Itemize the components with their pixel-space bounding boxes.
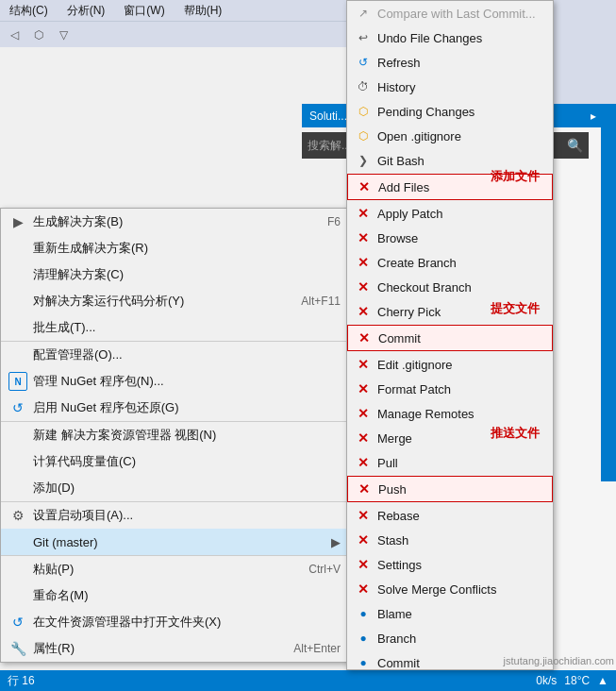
ctx-paste-shortcut: Ctrl+V <box>308 563 341 576</box>
git-browse[interactable]: ✕ Browse <box>347 226 553 250</box>
ctx-open-folder-label: 在文件资源管理器中打开文件夹(X) <box>33 614 341 631</box>
blame-icon: ● <box>355 605 372 622</box>
ctx-clean-label: 清理解决方案(C) <box>33 266 341 283</box>
git-compare-last[interactable]: ↗ Compare with Last Commit... <box>347 1 553 25</box>
toolbar: ◁ ⬡ ▽ <box>0 21 358 47</box>
toolbar-btn-1[interactable]: ◁ <box>4 25 25 45</box>
annotation-commit: 提交文件 <box>491 300 540 317</box>
solution-panel-close[interactable]: ▸ <box>591 110 596 123</box>
git-commit[interactable]: ✕ Commit <box>347 325 553 351</box>
ctx-rebuild-label: 重新生成解决方案(R) <box>33 240 341 257</box>
ctx-nuget-manage[interactable]: N 管理 NuGet 程序包(N)... <box>1 368 348 395</box>
gear-icon: ⚙ <box>8 506 27 525</box>
calc-metrics-icon <box>8 452 27 471</box>
ctx-set-startup[interactable]: ⚙ 设置启动项目(A)... <box>1 501 348 529</box>
ctx-nuget-restore[interactable]: ↺ 启用 NuGet 程序包还原(G) <box>1 395 348 421</box>
new-view-icon <box>8 426 27 445</box>
git-manage-remotes-label: Manage Remotes <box>377 407 474 421</box>
nuget-manage-icon: N <box>8 372 27 391</box>
ctx-new-view[interactable]: 新建 解决方案资源管理器 视图(N) <box>1 421 348 448</box>
add-icon <box>8 479 27 497</box>
ctx-open-folder[interactable]: ↺ 在文件资源管理器中打开文件夹(X) <box>1 609 348 635</box>
ctx-calc-metrics[interactable]: 计算代码度量值(C) <box>1 448 348 475</box>
search-icon[interactable]: 🔍 <box>567 138 583 153</box>
git-rebase[interactable]: ✕ Rebase <box>347 503 553 528</box>
wrench-icon: 🔧 <box>8 639 27 658</box>
rename-icon <box>8 586 27 605</box>
git-edit-gitignore-label: Edit .gitignore <box>377 358 453 372</box>
git-edit-gitignore[interactable]: ✕ Edit .gitignore <box>347 352 553 377</box>
analyze-icon <box>8 292 27 311</box>
menu-window[interactable]: 窗口(W) <box>118 1 170 21</box>
ctx-clean[interactable]: 清理解决方案(C) <box>1 261 348 288</box>
git-checkout-branch-label: Checkout Branch <box>377 280 472 295</box>
ctx-set-startup-label: 设置启动项目(A)... <box>33 507 341 524</box>
ctx-rename-label: 重命名(M) <box>33 587 341 604</box>
git-merge-label: Merge <box>377 431 412 446</box>
status-bar: 行 16 0k/s 18°C ▲ <box>0 670 616 691</box>
search-label: 搜索解... <box>308 138 351 154</box>
ctx-add[interactable]: 添加(D) <box>1 475 348 501</box>
ctx-calc-metrics-label: 计算代码度量值(C) <box>33 453 341 470</box>
git-pull-label: Pull <box>377 456 398 470</box>
ctx-analyze-run[interactable]: 对解决方案运行代码分析(Y) Alt+F11 <box>1 288 348 314</box>
git-create-branch[interactable]: ✕ Create Branch <box>347 250 553 275</box>
ctx-properties[interactable]: 🔧 属性(R) Alt+Enter <box>1 635 348 662</box>
toolbar-btn-3[interactable]: ▽ <box>53 25 74 45</box>
pull-x-icon: ✕ <box>355 454 372 471</box>
git-stash[interactable]: ✕ Stash <box>347 528 553 552</box>
menu-help[interactable]: 帮助(H) <box>178 1 228 21</box>
git-pending-label: Pending Changes <box>377 105 474 119</box>
history-icon: ⏱ <box>355 78 372 95</box>
git-undo-file[interactable]: ↩ Undo File Changes <box>347 25 553 50</box>
git-push[interactable]: ✕ Push <box>347 476 553 502</box>
ctx-batch[interactable]: 批生成(T)... <box>1 314 348 341</box>
git-settings[interactable]: ✕ Settings <box>347 552 553 577</box>
git-commit-label: Commit <box>378 331 421 346</box>
nuget-restore-icon: ↺ <box>8 398 27 417</box>
git-solve-merge[interactable]: ✕ Solve Merge Conflicts <box>347 577 553 601</box>
git-history[interactable]: ⏱ History <box>347 75 553 99</box>
git-apply-patch-label: Apply Patch <box>377 207 442 221</box>
git-pull[interactable]: ✕ Pull <box>347 450 553 475</box>
commit2-icon: ● <box>355 654 372 670</box>
rebase-x-icon: ✕ <box>355 507 372 524</box>
ctx-rebuild[interactable]: 重新生成解决方案(R) <box>1 235 348 261</box>
git-bash-label: Git Bash <box>377 154 425 168</box>
ctx-add-label: 添加(D) <box>33 480 341 497</box>
git-apply-patch[interactable]: ✕ Apply Patch <box>347 201 553 226</box>
menu-analyze[interactable]: 分析(N) <box>61 1 111 21</box>
git-refresh-label: Refresh <box>377 56 421 70</box>
git-browse-label: Browse <box>377 231 418 245</box>
git-open-gitignore[interactable]: ⬡ Open .gitignore <box>347 124 553 148</box>
status-right-items: 0k/s 18°C ▲ <box>536 674 608 687</box>
ctx-git-master[interactable]: Git (master) ▶ <box>1 529 348 555</box>
ctx-git-arrow: ▶ <box>331 535 341 549</box>
ctx-build[interactable]: ▶ 生成解决方案(B) F6 <box>1 209 348 235</box>
ctx-new-view-label: 新建 解决方案资源管理器 视图(N) <box>33 427 341 444</box>
git-bash-icon: ❯ <box>355 152 372 169</box>
ctx-nuget-restore-label: 启用 NuGet 程序包还原(G) <box>33 399 341 416</box>
git-blame[interactable]: ● Blame <box>347 601 553 626</box>
git-master-icon <box>8 532 27 551</box>
ctx-config[interactable]: 配置管理器(O)... <box>1 341 348 368</box>
solution-panel-title: Soluti... <box>309 110 347 123</box>
ctx-rename[interactable]: 重命名(M) <box>1 582 348 609</box>
toolbar-btn-2[interactable]: ⬡ <box>28 25 49 45</box>
push-x-icon: ✕ <box>356 480 373 497</box>
watermark: jstutang.jiaochidian.com <box>504 655 614 666</box>
git-branch2[interactable]: ● Branch <box>347 626 553 650</box>
git-branch2-label: Branch <box>377 632 416 646</box>
build-icon: ▶ <box>8 212 27 231</box>
git-pending[interactable]: ⬡ Pending Changes <box>347 99 553 124</box>
ctx-paste-label: 粘贴(P) <box>33 561 290 578</box>
git-manage-remotes[interactable]: ✕ Manage Remotes <box>347 401 553 426</box>
menu-structure[interactable]: 结构(C) <box>4 1 54 21</box>
git-commit2-label: Commit <box>377 656 420 670</box>
settings-x-icon: ✕ <box>355 556 372 573</box>
git-format-patch[interactable]: ✕ Format Patch <box>347 377 553 401</box>
git-checkout-branch[interactable]: ✕ Checkout Branch <box>347 275 553 299</box>
ctx-paste[interactable]: 粘贴(P) Ctrl+V <box>1 555 348 582</box>
menubar: 结构(C) 分析(N) 窗口(W) 帮助(H) <box>0 0 358 21</box>
git-refresh[interactable]: ↺ Refresh <box>347 50 553 75</box>
